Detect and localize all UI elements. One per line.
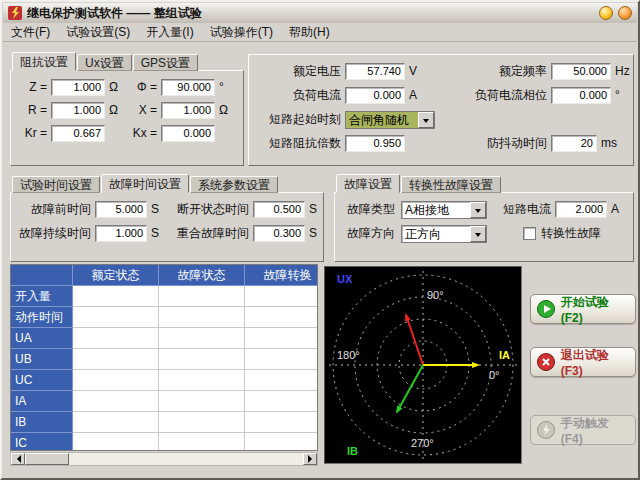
table-cell xyxy=(245,307,318,328)
rated-voltage-label: 额定电压 xyxy=(249,63,341,80)
z-unit: Ω xyxy=(109,79,118,96)
tab-gps-settings[interactable]: GPS设置 xyxy=(133,54,198,71)
scroll-thumb[interactable] xyxy=(25,453,69,465)
x-field[interactable]: 1.000 xyxy=(161,102,215,119)
exit-icon xyxy=(536,352,556,372)
tab-ux-settings[interactable]: Ux设置 xyxy=(77,54,132,71)
menu-item-test-settings[interactable]: 试验设置(S) xyxy=(58,22,138,43)
fault-type-combo[interactable]: A相接地 xyxy=(401,201,487,219)
table-cell xyxy=(245,328,318,349)
row-label-uc: UC xyxy=(11,370,73,391)
load-phase-unit: ° xyxy=(615,87,620,104)
short-current-label: 短路电流 xyxy=(493,201,551,218)
scroll-track[interactable] xyxy=(69,453,303,465)
tab-fault-time-settings[interactable]: 故障时间设置 xyxy=(101,174,189,193)
left-arrow-icon xyxy=(13,455,21,463)
table-row: 开入量 xyxy=(11,286,317,307)
exit-test-label: 退出试验(F3) xyxy=(561,347,630,378)
open-state-time-field[interactable]: 0.500 xyxy=(253,201,305,218)
fault-panel: 故障设置 转换性故障设置 故障类型 A相接地 短路电流 2.000 A 故障方向… xyxy=(334,174,634,262)
fault-direction-dropdown-button[interactable] xyxy=(470,226,486,242)
deg-180-label: 180° xyxy=(337,349,360,361)
table-cell xyxy=(73,433,159,451)
fault-type-value: A相接地 xyxy=(402,202,470,218)
kr-field[interactable]: 0.667 xyxy=(51,125,105,142)
table-cell xyxy=(245,433,318,451)
close-button[interactable] xyxy=(618,6,632,20)
scroll-right-button[interactable] xyxy=(303,453,317,465)
impedance-factor-label: 短路阻抗倍数 xyxy=(249,135,341,152)
fault-duration-label: 故障持续时间 xyxy=(13,225,91,242)
ratings-panel: 额定电压 57.740 V 额定频率 50.000 Hz 负荷电流 0.000 … xyxy=(248,54,634,166)
row-label-action-time: 动作时间 xyxy=(11,307,73,328)
row-label-ua: UA xyxy=(11,328,73,349)
debounce-field[interactable]: 20 xyxy=(551,135,597,152)
load-current-field[interactable]: 0.000 xyxy=(345,87,405,104)
ux-label: UX xyxy=(337,273,353,285)
deg-270-label: 270° xyxy=(411,437,434,449)
fault-direction-combo[interactable]: 正方向 xyxy=(401,225,487,243)
row-label-ub: UB xyxy=(11,349,73,370)
phi-field[interactable]: 90.000 xyxy=(161,79,215,96)
kx-field[interactable]: 0.000 xyxy=(161,125,215,142)
tab-test-time-settings[interactable]: 试验时间设置 xyxy=(12,176,100,193)
tab-system-param-settings[interactable]: 系统参数设置 xyxy=(190,176,278,193)
rated-frequency-field[interactable]: 50.000 xyxy=(551,63,611,80)
table-cell xyxy=(245,286,318,307)
kx-label: Kx = xyxy=(123,125,157,142)
table-corner-cell xyxy=(11,265,73,286)
table-row: UC xyxy=(11,370,317,391)
load-phase-field[interactable]: 0.000 xyxy=(551,87,611,104)
window-title: 继电保护测试软件 —— 整组试验 xyxy=(27,5,594,22)
menu-item-file[interactable]: 文件(F) xyxy=(3,22,58,43)
scroll-left-button[interactable] xyxy=(11,453,25,465)
phi-label: Φ = xyxy=(123,79,157,96)
closing-angle-dropdown-button[interactable] xyxy=(418,112,434,128)
short-current-field[interactable]: 2.000 xyxy=(555,201,607,218)
chevron-down-icon xyxy=(475,233,481,240)
menu-item-test-operation[interactable]: 试验操作(T) xyxy=(202,22,281,43)
manual-trigger-label: 手动触发(F4) xyxy=(561,415,630,446)
impedance-factor-field[interactable]: 0.950 xyxy=(345,135,405,152)
tab-convertible-fault-settings[interactable]: 转换性故障设置 xyxy=(401,176,501,193)
tab-impedance-settings[interactable]: 阻抗设置 xyxy=(12,52,76,71)
deg-90-label: 90° xyxy=(427,289,444,301)
col-fault-state: 故障状态 xyxy=(159,265,245,286)
convertible-fault-checkbox[interactable] xyxy=(523,227,536,240)
menu-item-binary-input[interactable]: 开入量(I) xyxy=(138,22,201,43)
debounce-label: 防抖动时间 xyxy=(435,135,547,152)
manual-trigger-button[interactable]: 手动触发(F4) xyxy=(530,415,636,445)
play-icon xyxy=(536,299,556,319)
table-header-row: 额定状态 故障状态 故障转换 xyxy=(11,265,317,286)
rated-voltage-field[interactable]: 57.740 xyxy=(345,63,405,80)
reclose-fault-time-field[interactable]: 0.300 xyxy=(253,225,305,242)
row-label-ia: IA xyxy=(11,391,73,412)
titlebar: 继电保护测试软件 —— 整组试验 xyxy=(3,3,637,23)
phasor-vector-ib xyxy=(397,365,423,412)
table-cell xyxy=(159,391,245,412)
impedance-tabbody: Z = 1.000 Ω Φ = 90.000 ° R = 1.000 Ω X =… xyxy=(10,70,244,166)
r-field[interactable]: 1.000 xyxy=(51,102,105,119)
exit-test-button[interactable]: 退出试验(F3) xyxy=(530,347,636,377)
timing-tabstrip: 试验时间设置 故障时间设置 系统参数设置 xyxy=(12,174,279,193)
table-cell xyxy=(73,412,159,433)
minimize-button[interactable] xyxy=(599,6,613,20)
impedance-tabstrip: 阻抗设置 Ux设置 GPS设置 xyxy=(12,52,199,71)
closing-angle-combo[interactable]: 合闸角随机 xyxy=(345,111,435,129)
fault-type-dropdown-button[interactable] xyxy=(470,202,486,218)
fault-duration-field[interactable]: 1.000 xyxy=(95,225,147,242)
phasor-display: UX 90° 180° 0° 270° IA IB xyxy=(324,266,522,464)
table-cell xyxy=(245,370,318,391)
table-cell xyxy=(73,349,159,370)
tab-fault-settings[interactable]: 故障设置 xyxy=(336,174,400,193)
table-h-scrollbar[interactable] xyxy=(10,452,318,466)
closing-angle-value: 合闸角随机 xyxy=(346,112,418,128)
start-test-button[interactable]: 开始试验(F2) xyxy=(530,294,636,324)
chevron-down-icon xyxy=(423,119,429,126)
short-current-unit: A xyxy=(611,201,619,218)
table-row: IB xyxy=(11,412,317,433)
z-field[interactable]: 1.000 xyxy=(51,79,105,96)
pre-fault-time-field[interactable]: 5.000 xyxy=(95,201,147,218)
menu-item-help[interactable]: 帮助(H) xyxy=(281,22,338,43)
table-cell xyxy=(73,370,159,391)
